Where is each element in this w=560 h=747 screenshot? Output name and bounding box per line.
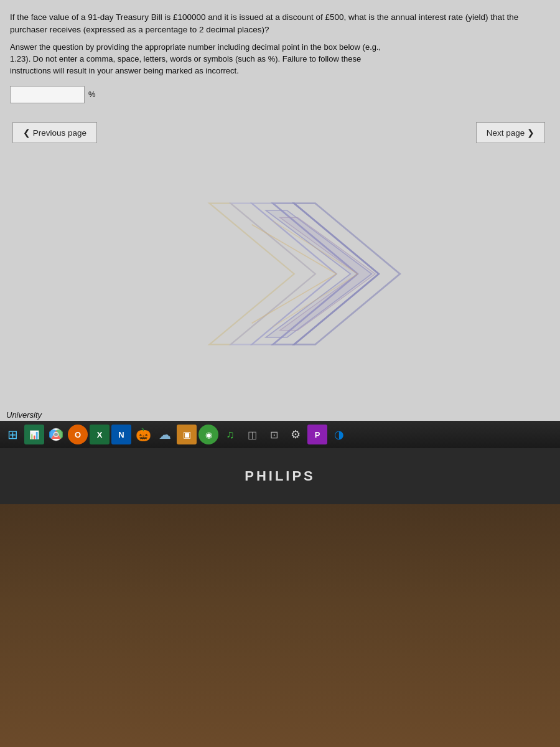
desk-surface xyxy=(0,504,560,747)
question-text: If the face value of a 91-day Treasury B… xyxy=(10,11,548,35)
answer-input[interactable] xyxy=(10,86,85,103)
settings-taskbar-icon[interactable]: ⚙ xyxy=(286,425,306,444)
answer-row: % xyxy=(10,86,548,103)
edge-taskbar-icon[interactable]: ◑ xyxy=(329,425,349,444)
orange-app-icon[interactable]: O xyxy=(68,425,88,444)
purple-app-icon[interactable]: P xyxy=(307,425,327,444)
notepad-app-icon[interactable]: N xyxy=(111,425,131,444)
folder-app-icon[interactable]: ▣ xyxy=(177,425,197,444)
instruction-text: Answer the question by providing the app… xyxy=(10,42,548,77)
green-app-icon[interactable]: ◉ xyxy=(198,425,218,444)
taskbar: ⊞ 📊 O X N 🎃 ☁ ▣ ◉ ♫ ◫ xyxy=(0,421,560,448)
university-label: University xyxy=(6,410,42,420)
nav-buttons: ❮ Previous page Next page ❯ xyxy=(10,122,548,143)
philips-brand-label: PHILIPS xyxy=(245,468,315,484)
pumpkin-app-icon[interactable]: 🎃 xyxy=(133,425,153,444)
next-page-button[interactable]: Next page ❯ xyxy=(476,122,545,143)
percent-label: % xyxy=(88,90,96,99)
chevron-watermark xyxy=(195,187,407,361)
monitor-bezel-bottom: PHILIPS xyxy=(0,448,560,504)
photo-app-icon[interactable]: ◫ xyxy=(242,425,262,444)
svg-point-13 xyxy=(54,433,58,436)
windows-start-button[interactable]: ⊞ xyxy=(2,425,22,444)
svg-marker-5 xyxy=(266,210,371,337)
svg-marker-4 xyxy=(294,204,400,345)
xl-app-icon[interactable]: X xyxy=(90,425,110,444)
file-manager-icon[interactable]: ⊡ xyxy=(264,425,284,444)
music-app-icon[interactable]: ♫ xyxy=(220,425,240,444)
cloud-app-icon[interactable]: ☁ xyxy=(155,425,175,444)
quiz-content-area: If the face value of a 91-day Treasury B… xyxy=(0,0,560,423)
chrome-taskbar-icon[interactable] xyxy=(46,425,66,444)
previous-page-button[interactable]: ❮ Previous page xyxy=(12,122,97,143)
excel-taskbar-icon[interactable]: 📊 xyxy=(24,425,44,444)
monitor-screen: If the face value of a 91-day Treasury B… xyxy=(0,0,560,448)
